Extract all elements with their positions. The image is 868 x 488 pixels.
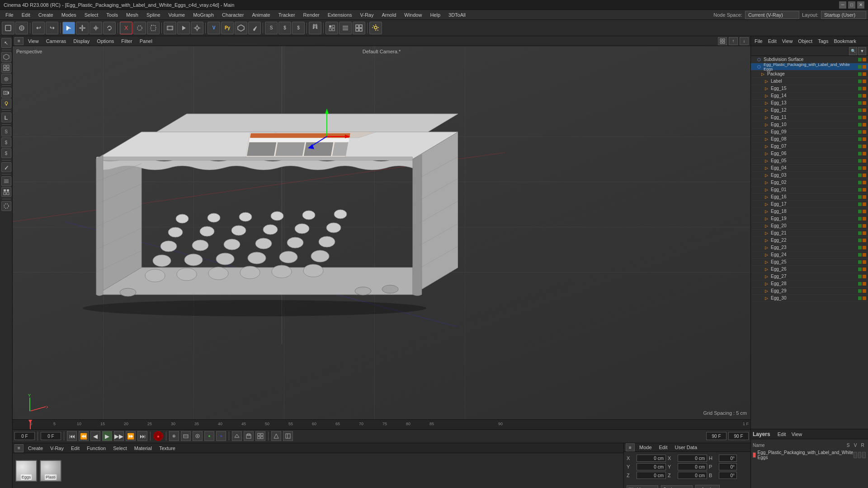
obj-menu-bookmark[interactable]: Bookmark xyxy=(832,38,858,45)
toolbar-sel-circle[interactable] xyxy=(133,22,146,34)
left-tool-grid2[interactable] xyxy=(1,187,11,197)
obj-egg24[interactable]: ▷Egg_24 xyxy=(751,251,868,258)
toolbar-sel-rect[interactable]: X xyxy=(120,22,132,34)
menu-file[interactable]: File xyxy=(2,11,17,19)
menu-render[interactable]: Render xyxy=(300,11,323,19)
obj-package[interactable]: ▷ Package xyxy=(751,70,868,78)
attr-y-size[interactable] xyxy=(678,463,707,470)
menu-tools[interactable]: Tools xyxy=(103,11,122,19)
toolbar-sel-poly[interactable] xyxy=(147,22,160,34)
left-tool-target[interactable]: ◎ xyxy=(1,74,11,84)
menu-mograph[interactable]: MoGraph xyxy=(189,11,217,19)
obj-egg14[interactable]: ▷Egg_14 xyxy=(751,92,868,99)
obj-egg26[interactable]: ▷Egg_26 xyxy=(751,266,868,273)
obj-icon-search[interactable]: 🔍 xyxy=(849,47,857,55)
left-tool-light[interactable] xyxy=(1,99,11,108)
mat-function[interactable]: Function xyxy=(84,445,108,452)
node-space-dropdown[interactable]: Current (V-Ray) xyxy=(745,11,799,19)
toolbar-render-settings[interactable] xyxy=(191,22,203,34)
menu-edit[interactable]: Edit xyxy=(18,11,34,19)
obj-menu-file[interactable]: File xyxy=(753,38,764,45)
menu-arnold[interactable]: Arnold xyxy=(378,11,400,19)
toolbar-light[interactable] xyxy=(369,22,382,34)
attr-x-size[interactable] xyxy=(678,455,707,462)
menu-3dtoall[interactable]: 3DToAll xyxy=(445,11,469,19)
obj-egg27[interactable]: ▷Egg_27 xyxy=(751,273,868,280)
attr-b-rot[interactable] xyxy=(719,472,737,479)
toolbar-snap[interactable] xyxy=(326,22,338,34)
attr-h-rot[interactable] xyxy=(719,455,737,462)
obj-egg25[interactable]: ▷Egg_25 xyxy=(751,258,868,266)
left-tool-circle[interactable] xyxy=(1,201,11,211)
material-plastic[interactable]: Plasti xyxy=(40,460,61,482)
toolbar-obj3d[interactable] xyxy=(235,22,247,34)
viewport-menu-btn[interactable]: ≡ xyxy=(14,37,24,45)
layer-item-egg[interactable]: Egg_Plastic_Packaging_with_Label_and_Whi… xyxy=(753,451,866,459)
attr-menu-btn[interactable]: ≡ xyxy=(626,443,635,451)
toolbar-bake[interactable]: $ xyxy=(292,22,305,34)
toolbar-redo[interactable]: ↪ xyxy=(46,22,58,34)
tc-func10[interactable] xyxy=(283,431,293,441)
toolbar-undo[interactable]: ↩ xyxy=(32,22,45,34)
toolbar-viewport-settings[interactable] xyxy=(353,22,365,34)
obj-egg17[interactable]: ▷Egg_17 xyxy=(751,201,868,208)
layout-dropdown[interactable]: Startup (User) xyxy=(821,11,866,19)
layers-view[interactable]: View xyxy=(790,431,804,438)
attr-p-rot[interactable] xyxy=(719,463,737,470)
mat-vray[interactable]: V-Ray xyxy=(47,445,66,452)
viewport-tab-options[interactable]: Options xyxy=(94,38,117,45)
left-tool-paint[interactable] xyxy=(1,162,11,172)
viewport-canvas[interactable]: Perspective Default Camera.* Grid Spacin… xyxy=(13,46,750,419)
obj-egg21[interactable]: ▷Egg_21 xyxy=(751,230,868,237)
layer-dot-s[interactable] xyxy=(854,452,857,458)
tc-func4[interactable]: ● xyxy=(204,431,214,441)
left-tool-line[interactable]: L xyxy=(1,113,11,122)
coord-mode-dropdown[interactable]: Scale Position Rotation xyxy=(661,485,693,488)
obj-egg07[interactable]: ▷Egg_07 xyxy=(751,143,868,150)
tc-func2[interactable] xyxy=(181,431,191,441)
mat-texture[interactable]: Texture xyxy=(156,445,178,452)
tc-func6[interactable] xyxy=(232,431,242,441)
toolbar-python[interactable]: Py xyxy=(221,22,234,34)
end-frame-input[interactable] xyxy=(706,432,726,440)
menu-animate[interactable]: Animate xyxy=(248,11,274,19)
menu-modes[interactable]: Modes xyxy=(58,11,80,19)
menu-create[interactable]: Create xyxy=(35,11,57,19)
obj-egg16[interactable]: ▷Egg_16 xyxy=(751,193,868,201)
mat-create[interactable]: Create xyxy=(25,445,46,452)
tc-play-back[interactable]: ◀ xyxy=(90,431,100,441)
obj-egg05[interactable]: ▷Egg_05 xyxy=(751,157,868,164)
obj-egg19[interactable]: ▷Egg_19 xyxy=(751,215,868,222)
attr-user-data[interactable]: User Data xyxy=(672,444,700,451)
obj-file-root[interactable]: ⬡ Egg_Plastic_Packaging_with_Label_and_W… xyxy=(751,63,868,70)
viewport-tab-panel[interactable]: Panel xyxy=(137,38,155,45)
tc-prev-frame[interactable]: ⏪ xyxy=(79,431,89,441)
tc-go-end[interactable]: ⏭ xyxy=(137,431,147,441)
obj-egg20[interactable]: ▷Egg_20 xyxy=(751,222,868,230)
obj-egg28[interactable]: ▷Egg_28 xyxy=(751,280,868,287)
menu-character[interactable]: Character xyxy=(218,11,247,19)
obj-egg06[interactable]: ▷Egg_06 xyxy=(751,150,868,157)
layer-dot-r[interactable] xyxy=(862,452,866,458)
tc-next-frame[interactable]: ⏩ xyxy=(126,431,136,441)
tc-record[interactable]: ● xyxy=(153,431,163,441)
object-list[interactable]: ⬡ Subdivision Surface ⬡ Egg_Plastic_Pack… xyxy=(751,56,868,429)
attr-x-pos[interactable] xyxy=(637,455,666,462)
viewport-tab-filter[interactable]: Filter xyxy=(118,38,135,45)
left-tool-pointer[interactable]: ↖ xyxy=(1,38,11,48)
coord-system-dropdown[interactable]: World Local Screen xyxy=(627,485,658,488)
close-button[interactable]: ✕ xyxy=(857,1,864,9)
left-tool-mat3[interactable]: $ xyxy=(1,148,11,158)
toolbar-rotate[interactable] xyxy=(103,22,116,34)
obj-menu-edit[interactable]: Edit xyxy=(766,38,778,45)
obj-egg15[interactable]: ▷Egg_15 xyxy=(751,85,868,92)
menu-volume[interactable]: Volume xyxy=(165,11,189,19)
mat-select[interactable]: Select xyxy=(110,445,130,452)
material-eggs[interactable]: Eggs xyxy=(15,460,37,482)
attr-edit[interactable]: Edit xyxy=(656,444,670,451)
toolbar-render-region[interactable] xyxy=(164,22,176,34)
left-tool-material[interactable]: S xyxy=(1,127,11,136)
viewport-tab-display[interactable]: Display xyxy=(71,38,92,45)
start-frame-input[interactable] xyxy=(41,432,61,440)
obj-egg09[interactable]: ▷Egg_09 xyxy=(751,128,868,136)
